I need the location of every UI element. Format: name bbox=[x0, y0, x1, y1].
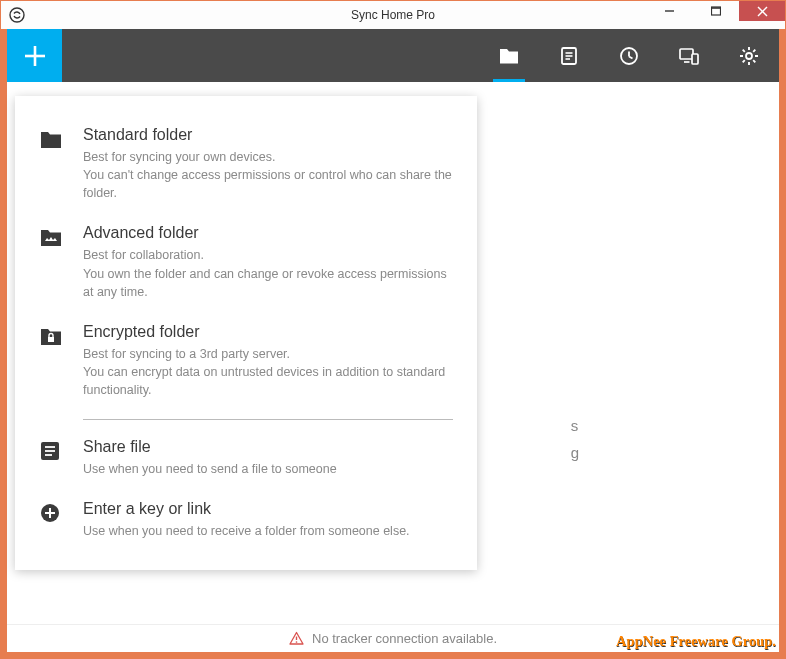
menu-item-desc: Best for collaboration.You own the folde… bbox=[83, 246, 453, 300]
menu-item-desc: Use when you need to send a file to some… bbox=[83, 460, 453, 478]
menu-item-desc: Use when you need to receive a folder fr… bbox=[83, 522, 453, 540]
svg-point-28 bbox=[296, 641, 298, 643]
menu-advanced-folder[interactable]: Advanced folder Best for collaboration.Y… bbox=[15, 214, 477, 312]
folder-icon bbox=[39, 126, 83, 202]
status-message: No tracker connection available. bbox=[312, 631, 497, 646]
menu-item-desc: Best for syncing to a 3rd party server.Y… bbox=[83, 345, 453, 399]
menu-item-title: Advanced folder bbox=[83, 224, 453, 242]
menu-item-title: Standard folder bbox=[83, 126, 453, 144]
watermark: AppNee Freeware Group. bbox=[616, 633, 776, 650]
tab-history[interactable] bbox=[599, 29, 659, 82]
add-button[interactable] bbox=[7, 29, 62, 82]
svg-point-0 bbox=[10, 8, 24, 22]
tab-settings[interactable] bbox=[719, 29, 779, 82]
menu-standard-folder[interactable]: Standard folder Best for syncing your ow… bbox=[15, 116, 477, 214]
menu-enter-key[interactable]: Enter a key or link Use when you need to… bbox=[15, 490, 477, 552]
bg-line1: s bbox=[571, 412, 579, 439]
tab-files[interactable] bbox=[539, 29, 599, 82]
folder-crown-icon bbox=[39, 224, 83, 300]
svg-rect-17 bbox=[692, 54, 698, 64]
svg-line-14 bbox=[629, 56, 633, 58]
svg-rect-19 bbox=[48, 337, 54, 342]
menu-item-title: Encrypted folder bbox=[83, 323, 453, 341]
close-button[interactable] bbox=[739, 1, 785, 21]
toolbar-right bbox=[479, 29, 779, 82]
menu-item-desc: Best for syncing your own devices.You ca… bbox=[83, 148, 453, 202]
tab-devices[interactable] bbox=[659, 29, 719, 82]
background-hint: s g bbox=[571, 412, 579, 466]
titlebar: Sync Home Pro bbox=[1, 1, 785, 29]
window-controls bbox=[647, 1, 785, 21]
menu-separator bbox=[83, 419, 453, 420]
menu-item-title: Enter a key or link bbox=[83, 500, 453, 518]
menu-item-title: Share file bbox=[83, 438, 453, 456]
menu-encrypted-folder[interactable]: Encrypted folder Best for syncing to a 3… bbox=[15, 313, 477, 411]
bg-line2: g bbox=[571, 439, 579, 466]
svg-point-18 bbox=[746, 53, 752, 59]
document-icon bbox=[39, 438, 83, 478]
svg-rect-15 bbox=[680, 49, 693, 59]
add-dropdown: Standard folder Best for syncing your ow… bbox=[15, 96, 477, 570]
maximize-button[interactable] bbox=[693, 1, 739, 21]
folder-lock-icon bbox=[39, 323, 83, 399]
toolbar bbox=[7, 29, 779, 82]
content-area: s g Standard folder Best for syncing you… bbox=[7, 82, 779, 624]
app-frame: s g Standard folder Best for syncing you… bbox=[7, 29, 779, 652]
plus-circle-icon bbox=[39, 500, 83, 540]
menu-share-file[interactable]: Share file Use when you need to send a f… bbox=[15, 428, 477, 490]
warning-icon bbox=[289, 631, 304, 646]
app-icon bbox=[6, 4, 28, 26]
tab-folders[interactable] bbox=[479, 29, 539, 82]
minimize-button[interactable] bbox=[647, 1, 693, 21]
